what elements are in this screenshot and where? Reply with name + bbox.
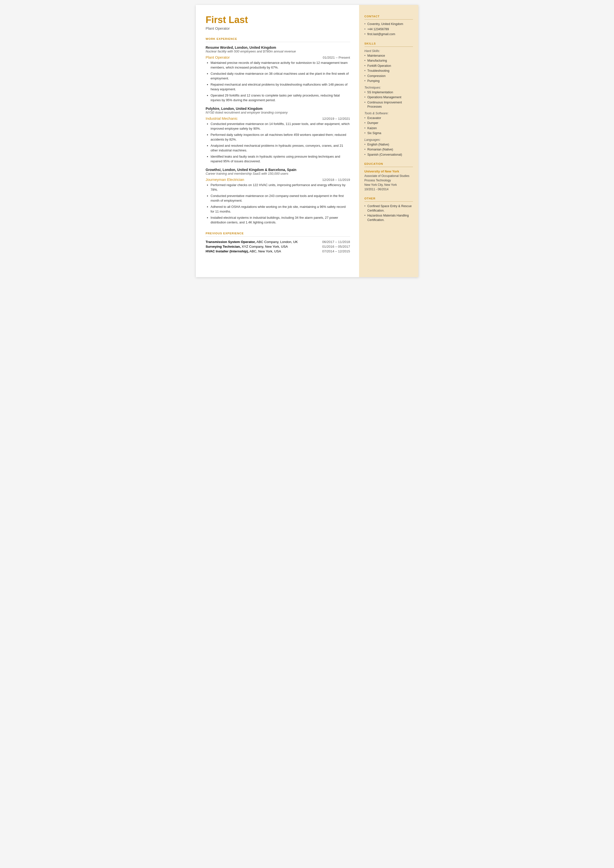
contact-email: first.last@gmail.com [364, 32, 413, 37]
role-title-3: Journeyman Electrician [206, 177, 244, 182]
candidate-title: Plant Operator [206, 26, 350, 30]
bullet-1-2: Conducted daily routine maintenance on 3… [211, 71, 350, 81]
prev-job-3-company: ABC, New York, USA [249, 249, 281, 253]
prev-job-3-dates: 07/2014 – 12/2015 [322, 249, 350, 253]
other-header: OTHER [364, 197, 413, 200]
skill-compression: Compression [364, 74, 413, 78]
main-column: First Last Plant Operator WORK EXPERIENC… [196, 5, 359, 277]
contact-phone: +44 123456789 [364, 27, 413, 32]
role-row-2: Industrial Mechanic 12/2019 – 12/2021 [206, 116, 350, 121]
company-rest-3: London, United Kingdom & Barcelona, Spai… [222, 168, 296, 172]
bullet-3-2: Conducted preventative maintenance on 24… [211, 194, 350, 203]
skills-header: SKILLS [364, 42, 413, 45]
company-subtitle-3: Career training and membership SaaS with… [206, 172, 350, 175]
prev-job-2-dates: 01/2016 – 05/2017 [322, 245, 350, 248]
role-row-3: Journeyman Electrician 12/2018 – 11/2019 [206, 177, 350, 182]
education-divider [364, 167, 413, 167]
education-header: EDUCATION [364, 162, 413, 165]
tools-list: Excavator Dumper Kaizen Six Sigma [364, 116, 413, 136]
role-dates-1: 01/2021 – Present [323, 56, 350, 59]
bullet-list-3: Performed regular checks on 122 HVAC uni… [206, 183, 350, 225]
company-rest-1: London, United Kingdom [234, 45, 276, 50]
company-name-3: Growthsi, London, United Kingdom & Barce… [206, 168, 350, 172]
skill-manufacturing: Manufacturing [364, 59, 413, 63]
bullet-list-1: Maintained precise records of daily main… [206, 61, 350, 103]
bullet-3-4: Installed electrical systems in industri… [211, 215, 350, 225]
candidate-name: First Last [206, 15, 350, 25]
hard-skills-list: Maintenance Manufacturing Forklift Opera… [364, 54, 413, 83]
company-name-2: Polyhire, London, United Kingdom [206, 107, 350, 110]
prev-job-3-title: HVAC Installer (Internship), ABC, New Yo… [206, 249, 281, 253]
tool-sixsigma: Six Sigma [364, 131, 413, 136]
skills-divider [364, 47, 413, 47]
lang-spanish: Spanish (Conversational) [364, 153, 413, 157]
technique-5s: 5S Implementation [364, 90, 413, 95]
techniques-list: 5S Implementation Operations Management … [364, 90, 413, 109]
company-rest-2: London, United Kingdom [220, 107, 263, 110]
edu-school: University of New York [364, 169, 413, 173]
bullet-list-2: Conducted preventative maintenance on 14… [206, 121, 350, 164]
bullet-3-3: Adhered to all OSHA regulations while wo… [211, 204, 350, 214]
bullet-1-4: Operated 29 forklifts and 12 cranes to c… [211, 93, 350, 103]
other-item-2: Hazardous Materials Handling Certificati… [364, 214, 413, 222]
lang-romanian: Romanian (Native) [364, 148, 413, 152]
prev-job-3-bold: HVAC Installer (Internship), [206, 249, 249, 253]
skill-maintenance: Maintenance [364, 54, 413, 58]
company-bold-3: Growthsi, [206, 168, 222, 172]
prev-job-1-dates: 06/2017 – 11/2018 [322, 240, 350, 244]
edu-degree: Associate of Occupational Studies Proces… [364, 174, 413, 191]
prev-experience-header: PREVIOUS EXPERIENCE [206, 232, 350, 235]
resume-container: First Last Plant Operator WORK EXPERIENC… [196, 5, 419, 277]
prev-job-2-title: Surveying Technician, XYZ Company, New Y… [206, 245, 288, 248]
sidebar: CONTACT Coventry, United Kingdom +44 123… [359, 5, 419, 277]
prev-job-2-bold: Surveying Technician, [206, 245, 241, 248]
contact-divider [364, 19, 413, 20]
job-block-3: Growthsi, London, United Kingdom & Barce… [206, 168, 350, 225]
bullet-2-1: Conducted preventative maintenance on 14… [211, 121, 350, 131]
company-bold-2: Polyhire, [206, 107, 220, 110]
languages-list: English (Native) Romanian (Native) Spani… [364, 143, 413, 157]
company-subtitle-2: NYSE-listed recruitment and employer bra… [206, 110, 350, 114]
bullet-1-1: Maintained precise records of daily main… [211, 61, 350, 70]
prev-job-3: HVAC Installer (Internship), ABC, New Yo… [206, 249, 350, 253]
bullet-2-2: Performed daily safety inspections on al… [211, 132, 350, 142]
role-dates-3: 12/2018 – 11/2019 [322, 178, 350, 182]
technique-ci: Continuous Improvement Processes [364, 101, 413, 109]
tool-dumper: Dumper [364, 121, 413, 126]
role-title-2: Industrial Mechanic [206, 116, 238, 121]
role-row-1: Plant Operator 01/2021 – Present [206, 55, 350, 59]
skill-pumping: Pumping [364, 79, 413, 83]
technique-ops: Operations Management [364, 95, 413, 100]
contact-list: Coventry, United Kingdom +44 123456789 f… [364, 22, 413, 37]
contact-location: Coventry, United Kingdom [364, 22, 413, 26]
hard-skills-label: Hard Skills: [364, 49, 413, 53]
job-block-1: Resume Worded, London, United Kingdom Nu… [206, 45, 350, 103]
other-list: Confined Space Entry & Rescue Certificat… [364, 204, 413, 222]
prev-job-2: Surveying Technician, XYZ Company, New Y… [206, 245, 350, 248]
languages-label: Languages: [364, 138, 413, 141]
prev-job-1-title: Transmission System Operator, ABC Compan… [206, 240, 298, 244]
bullet-2-3: Analyzed and resolved mechanical problem… [211, 143, 350, 153]
skill-forklift: Forklift Operation [364, 64, 413, 68]
contact-header: CONTACT [364, 15, 413, 18]
lang-english: English (Native) [364, 143, 413, 147]
tools-label: Tools & Software: [364, 112, 413, 115]
prev-job-2-company: XYZ Company, New York, USA [241, 245, 288, 248]
company-name-1: Resume Worded, London, United Kingdom [206, 45, 350, 50]
bullet-3-1: Performed regular checks on 122 HVAC uni… [211, 183, 350, 192]
company-bold-1: Resume Worded, [206, 45, 234, 50]
bullet-1-3: Repaired mechanical and electrical probl… [211, 82, 350, 92]
job-block-2: Polyhire, London, United Kingdom NYSE-li… [206, 107, 350, 164]
tool-kaizen: Kaizen [364, 126, 413, 130]
work-experience-header: WORK EXPERIENCE [206, 37, 350, 40]
role-dates-2: 12/2019 – 12/2021 [322, 117, 350, 121]
other-item-1: Confined Space Entry & Rescue Certificat… [364, 204, 413, 213]
skill-troubleshooting: Troubleshooting [364, 69, 413, 73]
prev-job-1-company: ABC Company, London, UK [256, 240, 298, 244]
tool-excavator: Excavator [364, 116, 413, 121]
techniques-label: Techniques: [364, 86, 413, 89]
prev-job-1: Transmission System Operator, ABC Compan… [206, 240, 350, 244]
role-title-1: Plant Operator [206, 55, 230, 59]
bullet-2-4: Identified leaks and faulty seals in hyd… [211, 154, 350, 164]
prev-job-1-bold: Transmission System Operator, [206, 240, 256, 244]
